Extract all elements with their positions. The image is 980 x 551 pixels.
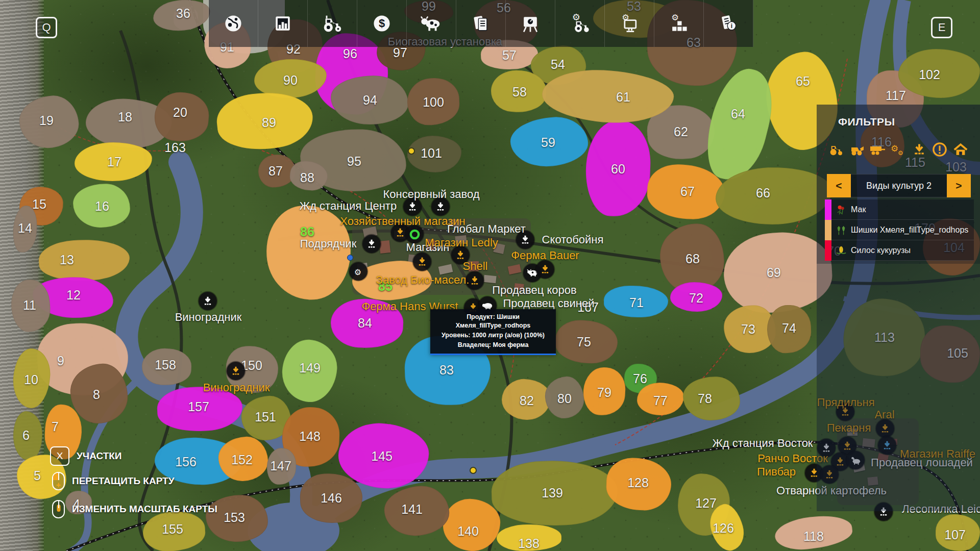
toolbar-paper-info-icon[interactable]: i: [704, 0, 753, 47]
filter-icon-row: ⚙⚙: [827, 140, 970, 159]
legend-item: XУЧАСТКИ: [50, 446, 122, 466]
key-hint-q[interactable]: Q: [36, 17, 57, 38]
place-label: Глобал Маркет: [447, 222, 526, 236]
svg-text:⚙: ⚙: [572, 12, 580, 22]
key-hint-e[interactable]: E: [931, 17, 952, 38]
place-label: Виноградник: [175, 311, 242, 324]
filter-download-icon[interactable]: [910, 140, 928, 159]
farming-sim-map-screen: 3691929697995657535458639094100891819201…: [0, 0, 980, 551]
tooltip-line: Продукт: Шишки Хмеля_fillType_rodhops: [432, 312, 554, 331]
filter-row[interactable]: Силос кукурузы: [825, 240, 974, 261]
filter-row[interactable]: Шишки Хмеля_fillType_rodhops: [825, 220, 974, 240]
filter-category-selector: < Виды культур 2 >: [827, 174, 971, 197]
filter-color-swatch: [825, 240, 831, 261]
filter-color-swatch: [825, 199, 831, 220]
toolbar-tractor-gear-icon[interactable]: ⚙: [555, 0, 605, 47]
toolbar-docs-icon[interactable]: [456, 0, 506, 47]
place-label: Продавец свиней: [503, 297, 595, 310]
filter-color-swatch: [825, 220, 831, 240]
place-label: Магазин Ledly: [425, 236, 498, 249]
mouse-drag-icon: [52, 472, 65, 490]
top-menu-toolbar: $⚙⚙⚙i: [208, 0, 753, 47]
toolbar-easel-icon[interactable]: [506, 0, 555, 47]
toolbar-monitor-icon[interactable]: ⚙: [605, 0, 654, 47]
place-label: Консервный завод: [383, 188, 479, 201]
filter-trailer-icon[interactable]: [868, 140, 887, 159]
place-label: Виноградник: [203, 381, 270, 394]
place-label: Shell: [463, 260, 488, 273]
filter-row-label: Силос кукурузы: [851, 246, 911, 255]
filter-category-label: Виды культур 2: [851, 174, 947, 197]
filter-prev-button[interactable]: <: [827, 174, 851, 197]
svg-text:⚙: ⚙: [891, 144, 898, 154]
filter-panel-title: ФИЛЬТРЫ: [838, 116, 895, 128]
filter-next-button[interactable]: >: [947, 174, 971, 197]
svg-text:⚙: ⚙: [671, 13, 679, 22]
toolbar-cow-icon[interactable]: [407, 0, 456, 47]
map-hover-tooltip: Продукт: Шишки Хмеля_fillType_rodhopsУро…: [430, 309, 556, 355]
legend-label: УЧАСТКИ: [77, 450, 122, 462]
place-label: Продавец коров: [492, 284, 577, 297]
corn-icon: [831, 245, 851, 256]
place-label: Жд станция Центр: [300, 199, 397, 213]
legend-item: ПЕРЕТАЩИТЬ КАРТУ: [52, 472, 175, 490]
legend-item: ИЗМЕНИТЬ МАСШТАБ КАРТЫ: [52, 500, 217, 518]
toolbar-dollar-icon[interactable]: $: [357, 0, 407, 47]
toolbar-chart-icon[interactable]: [258, 0, 308, 47]
filter-alert-icon[interactable]: [930, 140, 949, 159]
filter-row-label: Шишки Хмеля_fillType_rodhops: [851, 226, 968, 235]
toolbar-tractor-icon[interactable]: [308, 0, 357, 47]
mouse-wheel-icon: [52, 500, 65, 518]
place-label: Подрядчик: [300, 237, 357, 251]
filter-loader-icon[interactable]: [848, 140, 866, 159]
keyboard-key-icon: X: [50, 446, 69, 466]
svg-text:$: $: [379, 17, 385, 30]
legend-label: ИЗМЕНИТЬ МАСШТАБ КАРТЫ: [72, 504, 217, 515]
hops-icon: [831, 224, 851, 236]
filter-home-icon[interactable]: [951, 140, 970, 159]
place-label: Завод Био-масел.: [376, 273, 470, 287]
tooltip-line: Владелец: Моя ферма: [432, 340, 554, 350]
place-label: Ферма Bauer: [511, 249, 579, 262]
toolbar-globe-icon[interactable]: [209, 0, 258, 47]
legend-label: ПЕРЕТАЩИТЬ КАРТУ: [72, 475, 175, 487]
svg-text:⚙: ⚙: [898, 149, 903, 157]
filter-rows: МакШишки Хмеля_fillType_rodhopsСилос кук…: [825, 199, 974, 261]
poppy-icon: [831, 204, 851, 215]
place-label: Жд станция Восток: [713, 437, 813, 450]
place-label: Хозяйственный магазин: [340, 215, 465, 228]
filter-row-label: Мак: [851, 205, 866, 214]
place-label: Скотобойня: [542, 233, 604, 246]
svg-text:i: i: [731, 22, 732, 30]
tooltip-line: Уровень: 1000 литр (а/ов) (100%): [432, 331, 554, 340]
place-label: Пивбар: [757, 465, 796, 479]
filter-tractor-s-icon[interactable]: [827, 140, 845, 159]
filter-row[interactable]: Мак: [825, 199, 974, 220]
filter-gears-icon[interactable]: ⚙⚙: [889, 140, 908, 159]
toolbar-blocks-icon[interactable]: ⚙: [654, 0, 704, 47]
